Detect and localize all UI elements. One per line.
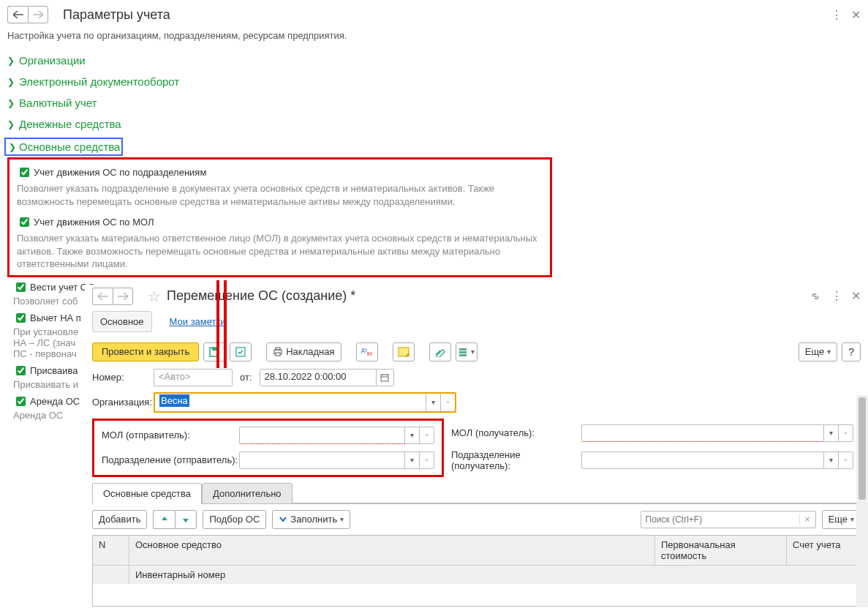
dropdown-icon[interactable]: ▾ — [824, 451, 839, 469]
clear-search-icon[interactable]: × — [799, 514, 815, 525]
dropdown-icon[interactable]: ▾ — [426, 394, 440, 411]
subtab-os[interactable]: Основные средства — [92, 483, 202, 504]
dep-receiver-input[interactable] — [581, 451, 824, 469]
chevron-right-icon: ❯ — [7, 77, 15, 87]
help-text: Позволяет указать материально ответствен… — [17, 232, 543, 271]
move-down-button[interactable] — [175, 510, 197, 529]
back-button[interactable] — [7, 6, 28, 23]
inner-forward-button[interactable] — [113, 288, 133, 305]
svg-rect-1 — [212, 348, 216, 351]
inner-window-title: Перемещение ОС (создание) * — [167, 288, 355, 304]
org-label: Организация: — [92, 397, 154, 408]
help-button[interactable]: ? — [842, 342, 861, 361]
section-cash[interactable]: ❯ Денежные средства — [7, 113, 861, 135]
chevron-right-icon: ❯ — [7, 98, 15, 108]
svg-rect-4 — [276, 348, 280, 350]
section-fixed-assets[interactable]: ❯ Основные средства — [4, 138, 123, 156]
os-table: N Основное средство Первоначальная стоим… — [92, 535, 861, 607]
close-icon[interactable]: ✕ — [851, 289, 861, 303]
checkbox-na-deduction[interactable] — [16, 313, 26, 323]
col-n[interactable]: N — [93, 536, 129, 565]
page-description: Настройка учета по организациям, подразд… — [0, 29, 868, 50]
col-cost[interactable]: Первоначальная стоимость — [655, 536, 787, 565]
dt-kt-button[interactable]: ДтКт — [356, 342, 378, 361]
more-button[interactable]: Еще — [799, 342, 837, 361]
dep-sender-input[interactable] — [239, 451, 405, 469]
table-more-button[interactable]: Еще — [822, 510, 861, 529]
mol-sender-label: МОЛ (отправитель): — [102, 430, 239, 441]
link-icon[interactable] — [809, 291, 822, 301]
dropdown-icon[interactable]: ▾ — [405, 451, 420, 469]
vertical-scrollbar[interactable] — [856, 395, 868, 607]
open-icon[interactable]: ▫ — [440, 394, 455, 411]
col-acct[interactable]: Счет учета — [787, 536, 860, 565]
svg-rect-10 — [459, 351, 467, 353]
number-label: Номер: — [92, 372, 154, 383]
print-invoice-button[interactable]: Накладная — [266, 342, 341, 361]
inner-back-button[interactable] — [92, 288, 113, 305]
mol-receiver-label: МОЛ (получатель): — [451, 427, 581, 438]
svg-rect-11 — [459, 354, 467, 356]
checkbox-assign[interactable] — [16, 366, 26, 375]
checkbox-label: Учет движения ОС по подразделениям — [34, 167, 206, 178]
mol-sender-input[interactable] — [239, 427, 405, 444]
checkbox-os-by-mol[interactable] — [20, 217, 29, 227]
add-button[interactable]: Добавить — [92, 510, 147, 529]
tab-notes[interactable]: Мои заметки — [162, 312, 233, 331]
fill-button[interactable]: Заполнить — [272, 510, 350, 529]
mol-receiver-input[interactable] — [581, 424, 824, 442]
help-text: Позволяет указать подразделение в докуме… — [17, 182, 543, 208]
svg-text:Кт: Кт — [367, 351, 373, 356]
svg-rect-9 — [459, 348, 467, 351]
close-icon[interactable]: ✕ — [851, 8, 861, 22]
favorite-star-icon[interactable]: ☆ — [148, 288, 161, 305]
sender-fields-highlight: МОЛ (отправитель): ▾ ▫ Подразделение (от… — [92, 419, 444, 477]
pick-os-button[interactable]: Подбор ОС — [203, 510, 266, 529]
dep-sender-label: Подразделение (отправитель): — [102, 454, 239, 465]
checkbox-os-lease[interactable] — [16, 397, 26, 406]
kebab-icon[interactable]: ⋮ — [831, 289, 842, 303]
checkbox-os-by-department[interactable] — [20, 168, 29, 177]
kebab-icon[interactable]: ⋮ — [831, 8, 842, 22]
svg-rect-5 — [276, 353, 280, 356]
checkbox-os-sets[interactable] — [16, 282, 26, 292]
save-button[interactable] — [203, 342, 225, 361]
note-button[interactable] — [393, 342, 415, 361]
search-input[interactable]: × — [641, 511, 816, 528]
structure-button[interactable] — [456, 342, 478, 361]
page-title: Параметры учета — [63, 7, 170, 23]
move-up-button[interactable] — [153, 510, 175, 529]
col-inv[interactable]: Инвентарный номер — [129, 566, 860, 584]
open-icon[interactable]: ▫ — [839, 451, 853, 469]
checkbox-label: Учет движения ОС по МОЛ — [34, 217, 154, 228]
open-icon[interactable]: ▫ — [420, 427, 434, 444]
section-organizations[interactable]: ❯ Организации — [7, 50, 861, 71]
from-label: от: — [240, 372, 252, 383]
svg-rect-12 — [381, 375, 388, 381]
subtab-extra[interactable]: Дополнительно — [202, 483, 293, 504]
tab-main[interactable]: Основное — [92, 311, 152, 332]
open-icon[interactable]: ▫ — [420, 451, 434, 469]
post-and-close-button[interactable]: Провести и закрыть — [92, 342, 199, 361]
forward-button[interactable] — [28, 6, 48, 23]
org-field[interactable]: Весна ▾ ▫ — [154, 392, 456, 413]
section-currency[interactable]: ❯ Валютный учет — [7, 92, 861, 113]
dep-receiver-label: Подразделение (получатель): — [451, 449, 581, 471]
dropdown-icon[interactable]: ▾ — [824, 424, 839, 442]
number-input[interactable]: <Авто> — [154, 369, 233, 386]
chevron-right-icon: ❯ — [9, 142, 16, 152]
section-edo[interactable]: ❯ Электронный документооборот — [7, 71, 861, 92]
chevron-right-icon: ❯ — [7, 56, 15, 66]
calendar-icon[interactable] — [377, 369, 394, 386]
table-body[interactable] — [93, 584, 860, 606]
post-button[interactable] — [230, 342, 252, 361]
open-icon[interactable]: ▫ — [839, 424, 853, 442]
col-os[interactable]: Основное средство — [129, 536, 655, 565]
os-settings-highlight: Учет движения ОС по подразделениям Позво… — [7, 157, 552, 277]
date-input[interactable]: 28.10.2022 0:00:00 — [260, 369, 377, 386]
dropdown-icon[interactable]: ▾ — [405, 427, 420, 444]
chevron-right-icon: ❯ — [7, 119, 15, 130]
attach-button[interactable] — [429, 342, 451, 361]
